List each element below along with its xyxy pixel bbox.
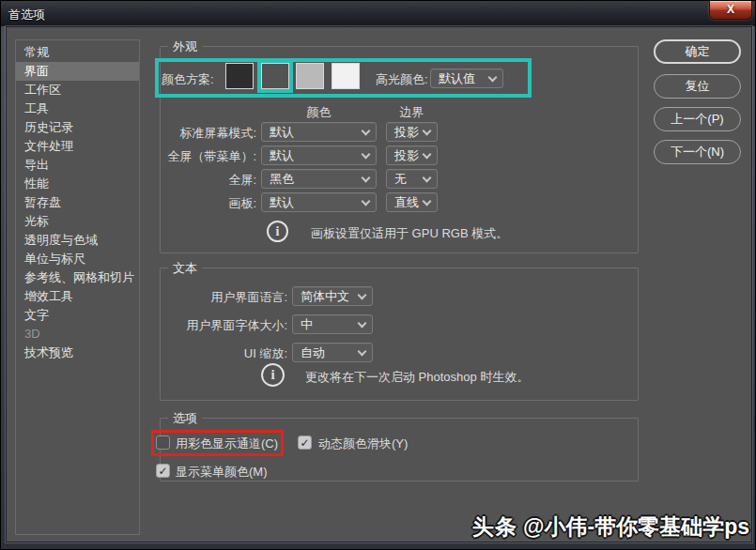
prev-button[interactable]: 上一个(P)	[654, 107, 741, 131]
chevron-down-icon	[362, 127, 371, 136]
preferences-window: 首选项 X 常规 界面 工作区 工具 历史记录 文件处理 导出 性能 暂存盘 光…	[0, 0, 756, 550]
chevron-down-icon	[488, 73, 498, 83]
sidebar-item-transparency-gamut[interactable]: 透明度与色域	[16, 231, 139, 250]
ui-language-dropdown[interactable]: 简体中文	[292, 286, 373, 306]
color-scheme-swatch-white[interactable]	[332, 63, 360, 89]
watermark-handle: @小伟-带你零基础学ps	[523, 514, 749, 539]
fullscreen-menu-color-value: 默认	[270, 148, 294, 162]
standard-screen-mode-label: 标准屏幕模式:	[161, 125, 256, 142]
highlight-color-label: 高光颜色:	[376, 71, 428, 88]
ui-scaling-label: UI 缩放:	[161, 345, 287, 362]
artboard-border-dropdown[interactable]: 直线	[386, 192, 438, 212]
sidebar-item-tools[interactable]: 工具	[16, 99, 139, 118]
info-icon: i	[261, 363, 285, 387]
chevron-down-icon	[362, 197, 371, 206]
fullscreen-border-dropdown[interactable]: 无	[386, 169, 438, 189]
window-title: 首选项	[8, 7, 45, 23]
ok-button[interactable]: 确定	[654, 39, 741, 64]
show-channels-in-color-checkbox[interactable]	[156, 435, 170, 450]
artboard-label: 画板:	[161, 195, 256, 212]
fullscreen-color-dropdown[interactable]: 黑色	[261, 169, 377, 189]
sidebar-item-interface[interactable]: 界面	[16, 62, 139, 81]
color-scheme-label: 颜色方案:	[162, 71, 214, 88]
title-bar: 首选项	[1, 1, 755, 26]
chevron-down-icon	[423, 127, 432, 136]
chevron-down-icon	[423, 150, 432, 160]
sidebar-item-general[interactable]: 常规	[16, 43, 139, 62]
artboard-note: 画板设置仅适用于 GPU RGB 模式。	[311, 225, 508, 242]
sidebar-item-scratch-disks[interactable]: 暂存盘	[16, 193, 139, 212]
text-group-title: 文本	[168, 260, 202, 277]
sidebar-item-workspace[interactable]: 工作区	[16, 81, 139, 99]
ui-scaling-dropdown[interactable]: 自动	[292, 343, 373, 362]
standard-screen-color-value: 默认	[270, 125, 294, 139]
appearance-group-title: 外观	[168, 38, 202, 55]
sidebar-item-units-rulers[interactable]: 单位与标尺	[16, 250, 139, 268]
show-channels-in-color-label: 用彩色显示通道(C)	[176, 435, 278, 452]
ui-font-size-value: 中	[301, 317, 313, 331]
fullscreen-menu-color-dropdown[interactable]: 默认	[261, 145, 377, 165]
chevron-down-icon	[362, 150, 371, 160]
fullscreen-menu-label: 全屏（带菜单）:	[161, 148, 256, 165]
sidebar-item-plugins[interactable]: 增效工具	[16, 287, 139, 306]
options-group-title: 选项	[168, 410, 202, 427]
sidebar-item-cursors[interactable]: 光标	[16, 212, 139, 231]
standard-screen-border-value: 投影	[394, 125, 419, 139]
sidebar-item-type[interactable]: 文字	[16, 306, 139, 325]
options-group: 选项 用彩色显示通道(C) ✓ 动态颜色滑块(Y) ✓ 显示菜单颜色(M)	[160, 418, 639, 481]
chevron-down-icon	[423, 174, 432, 183]
artboard-color-value: 默认	[270, 195, 294, 209]
watermark: 头条@小伟-带你零基础学ps	[472, 512, 749, 542]
close-button[interactable]: X	[709, 1, 752, 20]
ui-scaling-value: 自动	[301, 345, 325, 359]
ui-font-size-label: 用户界面字体大小:	[161, 317, 287, 334]
artboard-border-value: 直线	[394, 195, 419, 209]
color-scheme-swatch-dark-gray[interactable]	[261, 63, 289, 89]
reset-button[interactable]: 复位	[654, 74, 741, 99]
standard-screen-color-dropdown[interactable]: 默认	[261, 122, 377, 142]
fullscreen-color-value: 黑色	[270, 172, 294, 186]
color-scheme-swatch-black[interactable]	[225, 63, 254, 89]
standard-screen-border-dropdown[interactable]: 投影	[386, 122, 438, 142]
sidebar-item-performance[interactable]: 性能	[16, 175, 139, 193]
dynamic-color-sliders-label: 动态颜色滑块(Y)	[318, 435, 408, 452]
chevron-down-icon	[362, 174, 371, 183]
fullscreen-border-value: 无	[394, 172, 407, 186]
chevron-down-icon	[358, 291, 367, 300]
highlight-color-dropdown[interactable]: 默认值	[430, 69, 503, 88]
border-column-header: 边界	[386, 104, 438, 121]
sidebar-item-history[interactable]: 历史记录	[16, 118, 139, 137]
artboard-color-dropdown[interactable]: 默认	[261, 192, 377, 212]
show-menu-colors-label: 显示菜单颜色(M)	[176, 464, 268, 481]
color-scheme-swatch-light-gray[interactable]	[296, 63, 324, 89]
sidebar-item-export[interactable]: 导出	[16, 156, 139, 175]
preferences-category-list: 常规 界面 工作区 工具 历史记录 文件处理 导出 性能 暂存盘 光标 透明度与…	[15, 39, 140, 535]
info-icon: i	[267, 221, 288, 242]
appearance-group: 外观 颜色方案: 高光颜色: 默认值 颜色 边界 标准屏幕模式: 默认 投影 全…	[160, 46, 639, 253]
dynamic-color-sliders-checkbox[interactable]: ✓	[298, 435, 312, 450]
next-button[interactable]: 下一个(N)	[654, 140, 741, 164]
text-group: 文本 用户界面语言: 简体中文 用户界面字体大小: 中 UI 缩放: 自动 i …	[160, 267, 639, 401]
chevron-down-icon	[423, 197, 432, 206]
sidebar-item-guides-grid-slices[interactable]: 参考线、网格和切片	[16, 268, 139, 287]
sidebar-item-file-handling[interactable]: 文件处理	[16, 137, 139, 156]
fullscreen-menu-border-value: 投影	[394, 148, 419, 162]
close-icon: X	[710, 3, 751, 16]
ui-language-label: 用户界面语言:	[161, 289, 287, 306]
sidebar-item-technology-previews[interactable]: 技术预览	[16, 344, 139, 362]
restart-note: 更改将在下一次启动 Photoshop 时生效。	[305, 369, 529, 386]
dialog-body: 常规 界面 工作区 工具 历史记录 文件处理 导出 性能 暂存盘 光标 透明度与…	[6, 26, 752, 542]
color-column-header: 颜色	[261, 104, 377, 121]
fullscreen-menu-border-dropdown[interactable]: 投影	[386, 145, 438, 165]
highlight-color-value: 默认值	[439, 71, 475, 85]
fullscreen-label: 全屏:	[161, 172, 256, 189]
sidebar-item-3d[interactable]: 3D	[16, 325, 139, 344]
chevron-down-icon	[358, 319, 367, 328]
ui-language-value: 简体中文	[301, 289, 349, 303]
chevron-down-icon	[358, 347, 367, 357]
ui-font-size-dropdown[interactable]: 中	[292, 314, 373, 334]
watermark-brand: 头条	[472, 514, 517, 539]
show-menu-colors-checkbox[interactable]: ✓	[156, 464, 170, 478]
